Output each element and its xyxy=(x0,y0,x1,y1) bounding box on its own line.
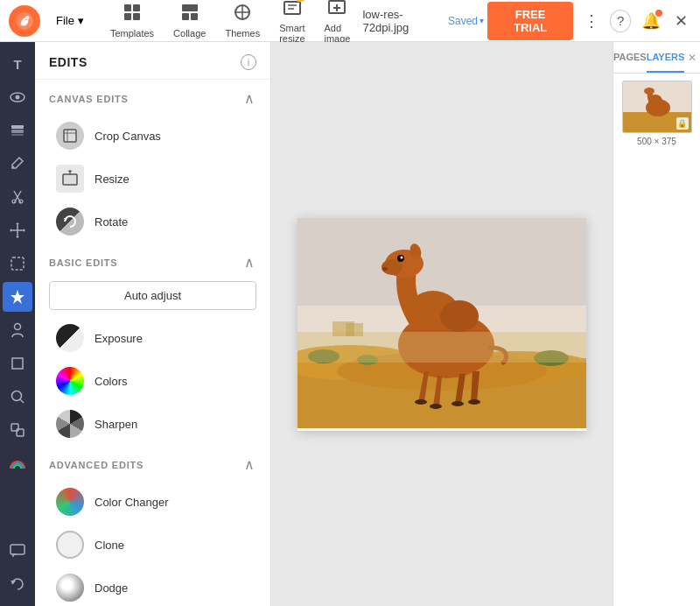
svg-rect-7 xyxy=(182,13,189,20)
svg-marker-26 xyxy=(16,236,19,238)
collage-label: Collage xyxy=(173,28,206,39)
iconbar-clone[interactable] xyxy=(3,415,32,445)
edit-item-dodge[interactable]: Dodge xyxy=(42,567,263,606)
free-trial-button[interactable]: FREE TRIAL xyxy=(487,2,573,40)
svg-rect-66 xyxy=(298,332,586,363)
add-image-icon xyxy=(327,0,346,21)
iconbar-crop[interactable] xyxy=(3,349,32,378)
clone-icon xyxy=(56,531,84,559)
resize-label: Resize xyxy=(94,173,130,186)
smart-resize-icon: 👑 xyxy=(283,0,302,21)
nav-tool-smart-resize[interactable]: 👑 Smart resize xyxy=(270,0,313,47)
saved-chevron: ▾ xyxy=(480,16,484,25)
iconbar-transform[interactable] xyxy=(3,215,32,245)
advanced-edits-collapse[interactable]: ∧ xyxy=(242,456,256,473)
edit-item-colors[interactable]: Colors xyxy=(42,360,263,402)
edit-item-clone[interactable]: Clone xyxy=(42,524,263,566)
iconbar-text[interactable]: T xyxy=(3,49,32,79)
file-menu[interactable]: File ▾ xyxy=(49,11,91,31)
iconbar-select[interactable] xyxy=(3,249,32,278)
thumbnail-container[interactable]: 🔒 xyxy=(622,81,692,133)
svg-rect-15 xyxy=(11,130,24,133)
svg-point-13 xyxy=(16,95,20,100)
nav-tool-themes[interactable]: Themes xyxy=(216,0,269,42)
edit-item-rotate[interactable]: Rotate xyxy=(42,201,263,243)
iconbar-chat[interactable] xyxy=(3,536,32,566)
edit-item-sharpen[interactable]: Sharpen xyxy=(42,403,263,445)
thumbnail-area: 🔒 500 × 375 xyxy=(613,74,700,153)
iconbar-layers[interactable] xyxy=(3,116,32,145)
edit-item-exposure[interactable]: Exposure xyxy=(42,317,263,359)
templates-icon xyxy=(122,3,142,26)
file-chevron: ▾ xyxy=(78,14,84,27)
info-icon[interactable]: i xyxy=(241,54,256,70)
iconbar-brush[interactable] xyxy=(3,149,32,179)
svg-point-57 xyxy=(382,259,402,275)
nav-tool-collage[interactable]: Collage xyxy=(164,0,214,42)
tab-layers[interactable]: LAYERS xyxy=(647,42,685,73)
svg-point-62 xyxy=(415,399,427,405)
advanced-edits-label: ADVANCED EDITS xyxy=(49,460,144,470)
themes-icon xyxy=(233,3,252,26)
edit-item-color-changer[interactable]: Color Changer xyxy=(42,481,263,523)
edit-item-resize[interactable]: Resize xyxy=(42,158,263,200)
file-label: File xyxy=(56,14,74,27)
rotate-label: Rotate xyxy=(94,215,128,229)
iconbar-effects[interactable] xyxy=(3,282,32,312)
svg-rect-4 xyxy=(124,13,131,20)
svg-rect-8 xyxy=(191,13,198,20)
crop-canvas-icon xyxy=(56,122,84,150)
svg-point-63 xyxy=(430,404,442,409)
exposure-icon xyxy=(56,324,84,352)
color-changer-icon xyxy=(56,488,84,516)
tab-pages[interactable]: PAGES xyxy=(613,42,647,73)
nav-right: FREE TRIAL ⋮ ? 🔔 ✕ xyxy=(487,2,691,40)
canvas-image[interactable] xyxy=(298,218,586,431)
svg-point-65 xyxy=(468,399,480,405)
left-panel: EDITS i CANVAS EDITS ∧ Crop Canvas Resiz… xyxy=(35,42,271,606)
canvas-area xyxy=(271,42,612,606)
app-logo[interactable] xyxy=(9,5,40,37)
svg-point-29 xyxy=(15,324,21,330)
more-options-button[interactable]: ⋮ xyxy=(580,8,603,34)
iconbar-lens[interactable] xyxy=(3,382,32,412)
edit-item-crop-canvas[interactable]: Crop Canvas xyxy=(42,115,263,157)
iconbar-undo[interactable] xyxy=(3,569,32,599)
help-button[interactable]: ? xyxy=(610,10,631,32)
collage-icon xyxy=(180,3,200,26)
thumbnail-size: 500 × 375 xyxy=(637,137,676,146)
iconbar-eye[interactable] xyxy=(3,82,32,112)
basic-edits-collapse[interactable]: ∧ xyxy=(242,254,256,271)
iconbar-person[interactable] xyxy=(3,315,32,345)
close-button[interactable]: ✕ xyxy=(671,8,691,34)
templates-label: Templates xyxy=(110,28,154,39)
svg-rect-10 xyxy=(284,2,300,14)
auto-adjust-button[interactable]: Auto adjust xyxy=(49,281,256,310)
advanced-edits-section-header: ADVANCED EDITS ∧ xyxy=(35,446,270,480)
saved-badge[interactable]: Saved ▾ xyxy=(448,15,484,27)
dodge-label: Dodge xyxy=(94,581,128,595)
svg-rect-6 xyxy=(182,4,198,11)
svg-rect-35 xyxy=(10,545,24,554)
tab-layers-label: LAYERS xyxy=(647,52,685,62)
svg-rect-5 xyxy=(133,13,140,20)
svg-marker-42 xyxy=(67,170,73,172)
themes-label: Themes xyxy=(225,28,260,39)
sharpen-icon xyxy=(56,410,84,438)
nav-tool-add-image[interactable]: Add image xyxy=(316,0,360,47)
iconbar-rainbow[interactable] xyxy=(3,448,32,478)
svg-point-31 xyxy=(12,391,22,401)
filename-area: low-res-72dpi.jpg Saved ▾ xyxy=(362,8,484,34)
right-panel: PAGES LAYERS ✕ 🔒 xyxy=(612,42,700,606)
nav-tool-templates[interactable]: Templates xyxy=(102,0,163,42)
svg-marker-23 xyxy=(10,229,11,232)
smart-resize-label: Smart resize xyxy=(279,23,304,44)
canvas-edits-collapse[interactable]: ∧ xyxy=(242,90,256,107)
notification-button[interactable]: 🔔 xyxy=(638,8,664,34)
panel-header: EDITS i xyxy=(35,42,270,80)
svg-rect-68 xyxy=(346,323,363,336)
right-panel-close[interactable]: ✕ xyxy=(684,42,700,73)
iconbar-scissors[interactable] xyxy=(3,182,32,212)
colors-label: Colors xyxy=(94,375,128,388)
dodge-icon xyxy=(56,574,84,602)
